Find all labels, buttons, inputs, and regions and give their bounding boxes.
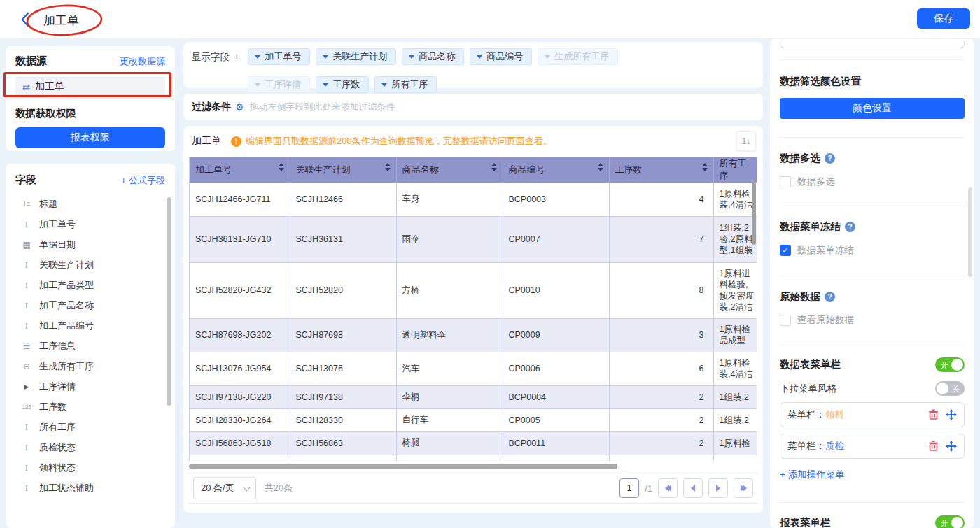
field-item-label: 加工状态辅助 xyxy=(39,482,94,494)
display-field-chip[interactable]: 所有工序 xyxy=(374,76,437,93)
field-item[interactable]: T≡标题 xyxy=(15,194,165,214)
field-item[interactable]: I加工产品名称 xyxy=(15,295,165,315)
table-row[interactable]: SCJH36131-JG710SCJH36131雨伞CP000771组装,2 验… xyxy=(190,216,757,262)
fields-scrollbar[interactable] xyxy=(167,197,172,406)
move-icon[interactable] xyxy=(946,409,957,420)
save-button[interactable]: 保存 xyxy=(917,8,970,29)
field-item[interactable]: ▦单据日期 xyxy=(15,234,165,255)
display-field-chip[interactable]: 加工单号 xyxy=(248,48,310,65)
field-item[interactable]: I加工单号 xyxy=(15,214,165,234)
dropdown-style-toggle[interactable]: 关 xyxy=(935,381,965,396)
sort-arrows-icon[interactable] xyxy=(385,163,391,171)
raw-data-checkbox-row[interactable]: 查看原始数据 xyxy=(780,314,965,327)
display-field-chip[interactable]: 工序详情 xyxy=(248,76,310,93)
page-number-input[interactable]: 1 xyxy=(620,478,639,498)
table-row[interactable]: SCJH28330-JG264SCJH28330自行车CP000521组装,2 xyxy=(190,408,757,431)
table-row[interactable]: SCJH56863-JG518SCJH56863椅腿BCP001121原料检 xyxy=(190,431,757,455)
sort-arrows-icon[interactable] xyxy=(491,163,497,171)
menu-freeze-checkbox-row[interactable]: ✓ 数据菜单冻结 xyxy=(780,244,965,257)
divider xyxy=(780,502,965,503)
checkbox-checked[interactable]: ✓ xyxy=(780,245,791,256)
table-row[interactable]: SCJH52820-JG432SCJH52820方椅CP001081原料进 料检… xyxy=(190,262,757,318)
first-page-button[interactable] xyxy=(658,478,678,498)
help-icon[interactable]: ? xyxy=(825,292,835,302)
clipped-input[interactable] xyxy=(780,41,965,48)
title-edit-underline xyxy=(43,31,81,31)
menu-bar-card[interactable]: 菜单栏：质检 xyxy=(780,434,965,459)
divider xyxy=(780,206,965,206)
report-menu-toggle[interactable]: 开 xyxy=(935,515,965,528)
row-order-icon[interactable]: 1↓ xyxy=(736,131,756,151)
field-item[interactable]: ▶工序详情 xyxy=(15,376,165,397)
table-cell: BCP0004 xyxy=(503,385,609,408)
display-field-chip[interactable]: 商品名称 xyxy=(402,48,464,65)
field-item-label: 加工产品名称 xyxy=(39,299,94,312)
field-item-label: 加工单号 xyxy=(39,218,76,231)
add-action-menu-link[interactable]: + 添加操作菜单 xyxy=(780,469,965,481)
column-header[interactable]: 工序数 xyxy=(609,157,713,183)
field-item[interactable]: I质检状态 xyxy=(15,437,165,457)
table-cell: 方椅 xyxy=(396,262,503,318)
column-header[interactable]: 关联生产计划 xyxy=(290,157,396,183)
delete-icon[interactable] xyxy=(928,441,939,452)
table-row[interactable]: SCJH12466-JG711SCJH12466车身BCP000341原料检 装… xyxy=(190,183,757,216)
next-page-button[interactable] xyxy=(708,478,728,498)
display-field-chip[interactable]: 商品编号 xyxy=(470,48,532,65)
sort-arrows-icon[interactable] xyxy=(598,163,603,171)
table-row[interactable]: SCJH97138-JG220SCJH97138伞柄BCP000421组装,2 xyxy=(190,385,757,408)
field-item[interactable]: I所有工序 xyxy=(15,417,165,437)
checkbox-unchecked[interactable] xyxy=(780,176,791,187)
table-cell: 2 xyxy=(609,385,713,408)
sort-arrows-icon[interactable] xyxy=(279,163,284,171)
prev-page-button[interactable] xyxy=(683,478,703,498)
table-cell: SCJH36131 xyxy=(290,216,396,262)
back-icon[interactable] xyxy=(20,11,31,28)
table-cell: 透明塑料伞 xyxy=(396,318,503,352)
column-header[interactable]: 加工单号 xyxy=(190,157,290,183)
delete-icon[interactable] xyxy=(928,409,939,420)
table-vertical-scrollbar[interactable] xyxy=(752,180,756,245)
page-size-select[interactable]: 20 条/页 xyxy=(193,477,256,499)
add-formula-field-link[interactable]: + 公式字段 xyxy=(121,174,165,187)
gear-icon[interactable]: ⚙ xyxy=(235,101,244,113)
checkbox-label: 数据菜单冻结 xyxy=(797,244,854,257)
table-row[interactable]: SCJH13076-JG954SCJH13076汽车CP000661原料检 装,… xyxy=(190,352,757,385)
table-row[interactable]: SCJH87698-JG202SCJH87698透明塑料伞CP000931原料检… xyxy=(190,318,757,352)
field-item[interactable]: I领料状态 xyxy=(15,457,165,478)
display-field-chip[interactable]: 关联生产计划 xyxy=(316,48,396,65)
report-permission-button[interactable]: 报表权限 xyxy=(15,127,165,148)
field-item[interactable]: ☰工序信息 xyxy=(15,336,165,356)
field-item[interactable]: ⊖生成所有工序 xyxy=(15,356,165,376)
text-icon: I xyxy=(20,259,34,271)
column-header[interactable]: 商品编号 xyxy=(503,157,609,183)
move-icon[interactable] xyxy=(946,441,957,452)
help-icon[interactable]: ? xyxy=(825,153,835,164)
settings-scrollbar[interactable] xyxy=(968,187,972,277)
add-field-icon[interactable]: + xyxy=(234,51,239,62)
change-datasource-link[interactable]: 更改数据源 xyxy=(120,55,165,68)
field-item[interactable]: I关联生产计划 xyxy=(15,255,165,275)
field-item[interactable]: 123工序数 xyxy=(15,397,165,417)
field-item[interactable]: I加工状态辅助 xyxy=(15,478,165,498)
sort-arrows-icon[interactable] xyxy=(702,163,708,171)
last-page-button[interactable] xyxy=(734,478,753,498)
column-header[interactable]: 商品名称 xyxy=(396,157,503,183)
field-item[interactable]: I加工产品类型 xyxy=(15,275,165,295)
datasource-item[interactable]: ⇄ 加工单 xyxy=(15,76,165,97)
display-field-chip[interactable]: 生成所有工序 xyxy=(538,48,618,65)
column-header[interactable]: 所有工序 xyxy=(713,157,757,183)
dropdown-style-label: 下拉菜单风格 xyxy=(780,383,836,395)
field-item[interactable]: I加工产品编号 xyxy=(15,315,165,336)
table-menu-toggle[interactable]: 开 xyxy=(935,357,965,372)
dropdown-arrow-icon xyxy=(382,83,387,87)
display-field-chip[interactable]: 工序数 xyxy=(316,76,369,93)
divider xyxy=(780,59,965,60)
table-cell: SCJH97138-JG220 xyxy=(190,385,290,408)
table-cell: SCJH36131-JG710 xyxy=(190,216,290,262)
help-icon[interactable]: ? xyxy=(845,222,855,232)
menu-bar-card[interactable]: 菜单栏：领料 xyxy=(780,402,965,427)
checkbox-unchecked[interactable] xyxy=(780,315,791,326)
color-setting-button[interactable]: 颜色设置 xyxy=(780,98,965,119)
table-horizontal-scrollbar[interactable] xyxy=(189,464,757,469)
multi-select-checkbox-row[interactable]: 数据多选 xyxy=(780,176,965,188)
